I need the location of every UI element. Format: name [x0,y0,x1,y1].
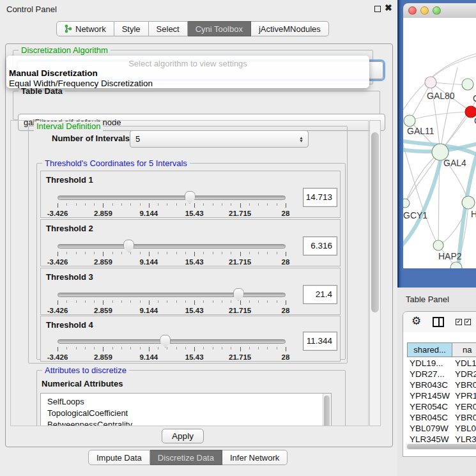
slider-tick-label: 21.715 [229,307,251,314]
slider-tick [158,252,158,254]
slider-tick [213,347,213,349]
network-node-green[interactable] [462,79,473,90]
slider-tick [167,300,167,303]
slider-tick [286,300,286,305]
slider-tick [140,203,141,206]
threshold-3-slider[interactable]: -3.4262.8599.14415.4321.71528 [58,288,286,314]
threshold-2-slider[interactable]: -3.4262.8599.14415.4321.71528 [58,239,286,266]
slider-tick [94,252,95,254]
table-row[interactable]: YBR045CYBR0 [403,412,476,423]
table-toolbar: ⚙ ✓ ✓ [403,312,476,332]
slider-thumb[interactable] [160,335,171,348]
close-traffic-light[interactable] [408,6,417,15]
threshold-2-value[interactable]: 6.316 [303,236,337,256]
slider-tick [203,252,204,254]
checkbox-icon[interactable]: ✓ [464,319,471,325]
top-tab-bar: NetworkStyleSelectCyni ToolboxjActiveMNo… [56,21,329,36]
zoom-traffic-light[interactable] [433,6,441,15]
slider-tick [231,300,231,303]
slider-tick [149,252,150,256]
threshold-1-slider[interactable]: -3.4262.8599.14415.4321.71528 [58,190,286,217]
slider-track[interactable] [58,339,286,344]
tab-cyni-toolbox[interactable]: Cyni Toolbox [188,21,251,36]
slider-tick [176,300,177,303]
cell-name: YBR0 [455,412,476,423]
table-row[interactable]: YBR043CYBR0 [403,380,476,390]
slider-track[interactable] [58,293,286,297]
tab-jactivemnodules[interactable]: jActiveMNodules [251,21,329,36]
tab-style[interactable]: Style [114,21,149,36]
slider-tick-label: 2.859 [94,258,112,266]
gear-icon[interactable]: ⚙ [411,314,421,328]
float-button[interactable] [374,6,381,12]
slider-tick [240,347,241,351]
num-intervals-combobox[interactable]: 5 ▲▼ [130,130,309,148]
attribute-item-betweennesscentrality[interactable]: BetweennessCentrality [41,419,331,426]
table-hscrollbar[interactable] [406,443,476,450]
slider-track[interactable] [58,196,286,200]
slider-thumb[interactable] [233,288,244,301]
tab-network[interactable]: Network [56,21,114,36]
table-row[interactable]: YER054CYER0 [403,401,476,412]
slider-tick [249,347,250,349]
slider-track[interactable] [58,244,286,249]
tab-label: Discretize Data [158,453,214,463]
slider-tick-label: -3.426 [47,307,68,314]
network-node-green[interactable] [462,196,475,209]
threshold-1-value[interactable]: 14.713 [303,188,337,207]
algorithm-option-manual[interactable]: Manual Discretization [6,68,369,79]
slider-tick [176,252,177,254]
slider-tick [103,252,104,256]
network-view[interactable]: GAL80GACGAL11GAL4GCY1HHAP2 [403,18,476,268]
checkbox-icon[interactable]: ✓ [456,319,462,325]
slider-tick [203,347,204,349]
table-row[interactable]: YDR27...YDR2 [403,369,476,380]
network-node-pink[interactable] [425,77,436,88]
network-node-green[interactable] [403,199,410,208]
threshold-3-value[interactable]: 21.4 [303,285,337,304]
panel-scrollbar[interactable] [369,120,381,426]
close-button[interactable]: ✖ [385,3,392,13]
tab-impute-data[interactable]: Impute Data [88,450,150,465]
algorithm-option-equal-width[interactable]: Equal Width/Frequency Discretization [6,79,369,89]
slider-thumb[interactable] [123,240,134,252]
threshold-4-value[interactable]: 11.344 [303,332,337,351]
network-window-titlebar[interactable] [403,3,476,19]
slider-tick [121,300,122,303]
slider-tick [277,252,277,254]
attribute-item-selfloops[interactable]: SelfLoops [41,396,331,408]
slider-tick-label: 9.144 [139,210,158,217]
attributes-list-scrollbar[interactable] [323,394,331,426]
column-header-shared-name[interactable]: shared... [407,342,452,357]
split-columns-icon[interactable] [433,317,444,327]
tab-discretize-data[interactable]: Discretize Data [150,450,222,465]
slider-tick [231,347,231,349]
slider-tick-label: 15.43 [185,210,204,217]
slider-tick [66,347,67,349]
slider-tick [158,203,158,206]
numerical-attributes-list[interactable]: SelfLoopsTopologicalCoefficientBetweenne… [40,393,332,426]
minimize-traffic-light[interactable] [420,6,429,15]
slider-tick [66,203,67,206]
slider-thumb[interactable] [185,191,196,204]
table-row[interactable]: YDL19...YDL1 [403,358,476,369]
slider-tick-label: 21.715 [229,353,251,361]
slider-tick [76,300,77,303]
attribute-item-topologicalcoefficient[interactable]: TopologicalCoefficient [41,408,331,419]
network-node-green[interactable] [404,115,415,127]
apply-button[interactable]: Apply [162,429,204,443]
table-panel-title: Table Panel [406,295,449,304]
table-row[interactable]: YBL079WYBL0 [403,423,476,434]
network-node-green[interactable] [433,240,443,250]
column-header-name[interactable]: na [452,342,476,357]
table-panel: Table Panel ⚙ ✓ ✓ shared... na YDL19...Y… [397,288,476,476]
slider-tick [249,300,250,303]
tab-select[interactable]: Select [149,21,188,36]
table-row[interactable]: YPR145WYPR1 [403,390,476,401]
slider-tick-label: 9.144 [139,258,158,266]
table-row[interactable]: YLR345WYLR3 [403,434,476,443]
threshold-4-slider[interactable]: -3.4262.8599.14415.4321.71528 [58,334,286,361]
slider-tick [85,347,86,349]
slider-tick [112,203,113,206]
tab-infer-network[interactable]: Infer Network [222,450,288,465]
